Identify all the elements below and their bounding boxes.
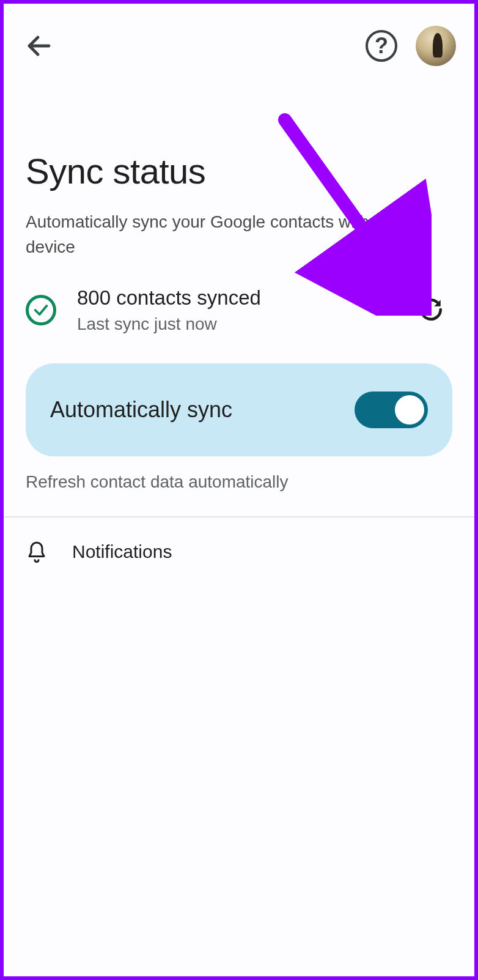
sync-status-row: 800 contacts synced Last sync just now: [4, 278, 474, 343]
page-title: Sync status: [4, 71, 474, 204]
notifications-label: Notifications: [72, 541, 172, 562]
page-subtitle: Automatically sync your Google contacts …: [4, 204, 474, 278]
auto-sync-helper: Refresh contact data automatically: [4, 466, 474, 516]
back-button[interactable]: [22, 29, 56, 63]
notifications-row[interactable]: Notifications: [4, 518, 474, 586]
arrow-left-icon: [24, 31, 54, 61]
synced-count-label: 800 contacts synced: [77, 286, 397, 310]
refresh-button[interactable]: [418, 297, 445, 324]
help-button[interactable]: ?: [364, 29, 399, 63]
refresh-icon: [418, 297, 444, 322]
profile-avatar[interactable]: [416, 26, 456, 66]
auto-sync-toggle[interactable]: [355, 392, 428, 428]
top-app-bar: ?: [4, 4, 474, 71]
bell-icon: [26, 541, 48, 563]
check-circle-icon: [26, 295, 56, 325]
auto-sync-label: Automatically sync: [50, 397, 232, 423]
help-icon: ?: [366, 30, 397, 62]
last-sync-label: Last sync just now: [77, 314, 397, 334]
toggle-knob: [395, 395, 424, 425]
auto-sync-card: Automatically sync: [26, 363, 452, 456]
